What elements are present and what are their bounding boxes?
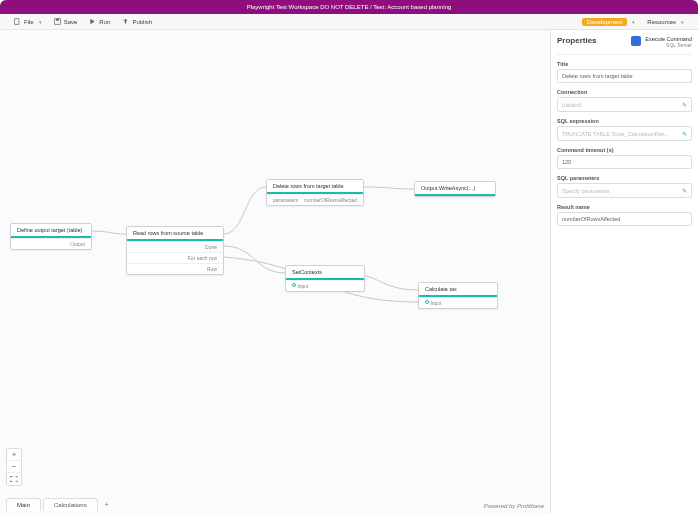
chevron-down-icon: ▾ — [681, 19, 684, 25]
title-label: Title — [557, 61, 692, 67]
file-menu[interactable]: File ▾ — [8, 16, 48, 27]
edit-icon[interactable]: ✎ — [682, 130, 687, 137]
node-port-input: Input — [430, 300, 441, 306]
command-subtype: SQL Server — [645, 42, 692, 48]
connection-input[interactable]: (default)✎ — [557, 97, 692, 112]
sql-label: SQL expression — [557, 118, 692, 124]
save-icon — [54, 18, 61, 25]
play-icon — [89, 18, 96, 25]
properties-header: Properties — [557, 36, 597, 45]
node-read-rows[interactable]: Read rows from source table Done For eac… — [126, 226, 224, 275]
zoom-out-button[interactable]: − — [7, 461, 21, 473]
edit-icon[interactable]: ✎ — [682, 101, 687, 108]
file-icon — [14, 18, 21, 25]
flow-tabs: Main Calculations + — [6, 497, 114, 511]
resources-menu[interactable]: Resources ▾ — [641, 17, 690, 27]
node-title: Output.WriteAsync(...) — [415, 182, 495, 196]
node-title: SetContexts — [286, 266, 364, 280]
publish-label: Publish — [132, 19, 152, 25]
node-define-output[interactable]: Define output target (table) Output — [10, 223, 92, 250]
node-title: Calculate tax — [419, 283, 497, 297]
connection-label: Connection — [557, 89, 692, 95]
run-label: Run — [99, 19, 110, 25]
edit-icon[interactable]: ✎ — [682, 187, 687, 194]
app-titlebar: Playwright Test Workspace DO NOT DELETE … — [0, 0, 698, 14]
node-title: Define output target (table) — [11, 224, 91, 238]
params-input[interactable]: Specify parameters✎ — [557, 183, 692, 198]
powered-by: Powered by Profitbase — [484, 503, 544, 509]
tab-calculations[interactable]: Calculations — [43, 498, 98, 511]
toolbar: File ▾ Save Run Publish Development ▾ Re… — [0, 14, 698, 30]
node-calculate-tax[interactable]: Calculate tax Input — [418, 282, 498, 309]
timeout-input[interactable]: 120 — [557, 155, 692, 169]
publish-button[interactable]: Publish — [116, 16, 158, 27]
node-output-write[interactable]: Output.WriteAsync(...) — [414, 181, 496, 197]
node-set-contexts[interactable]: SetContexts Input — [285, 265, 365, 292]
app-title: Playwright Test Workspace DO NOT DELETE … — [247, 4, 452, 10]
save-label: Save — [64, 19, 78, 25]
svg-rect-0 — [15, 19, 19, 25]
tab-main[interactable]: Main — [6, 498, 41, 511]
zoom-in-button[interactable]: + — [7, 449, 21, 461]
result-input[interactable]: numberOfRowsAffected — [557, 212, 692, 226]
node-port-input: Input — [297, 283, 308, 289]
command-type-icon — [631, 36, 641, 46]
zoom-fit-button[interactable]: ⛶ — [7, 473, 21, 485]
chevron-down-icon: ▾ — [632, 19, 635, 25]
node-delete-rows[interactable]: Delete rows from target table parameters… — [266, 179, 364, 206]
zoom-controls: + − ⛶ — [6, 448, 22, 486]
sql-input[interactable]: TRUNCATE TABLE Store_CalculationResult_T… — [557, 126, 692, 141]
port-dot-icon — [292, 283, 296, 287]
add-tab-button[interactable]: + — [100, 497, 114, 511]
node-port-params: parameters — [273, 197, 298, 203]
node-port-done: Done — [205, 244, 217, 250]
result-label: Result name — [557, 204, 692, 210]
node-port-affected: numberOfRowsAffected — [304, 197, 357, 203]
resources-label: Resources — [647, 19, 676, 25]
node-port-foreach: For each row — [188, 255, 217, 261]
port-dot-icon — [425, 300, 429, 304]
file-label: File — [24, 19, 34, 25]
timeout-label: Command timeout (s) — [557, 147, 692, 153]
node-port-output: Output — [70, 241, 85, 247]
environment-selector[interactable]: Development ▾ — [576, 16, 641, 28]
node-title: Read rows from source table — [127, 227, 223, 241]
svg-rect-2 — [56, 19, 59, 21]
properties-panel: Properties Execute Command SQL Server Ti… — [550, 30, 698, 514]
chevron-down-icon: ▾ — [39, 19, 42, 25]
publish-icon — [122, 18, 129, 25]
node-title: Delete rows from target table — [267, 180, 363, 194]
title-input[interactable]: Delete rows from target table — [557, 69, 692, 83]
params-label: SQL parameters — [557, 175, 692, 181]
dev-badge: Development — [582, 18, 627, 26]
node-port-row: Row — [207, 266, 217, 272]
run-button[interactable]: Run — [83, 16, 116, 27]
flow-canvas[interactable]: Define output target (table) Output Read… — [0, 30, 550, 514]
save-button[interactable]: Save — [48, 16, 84, 27]
